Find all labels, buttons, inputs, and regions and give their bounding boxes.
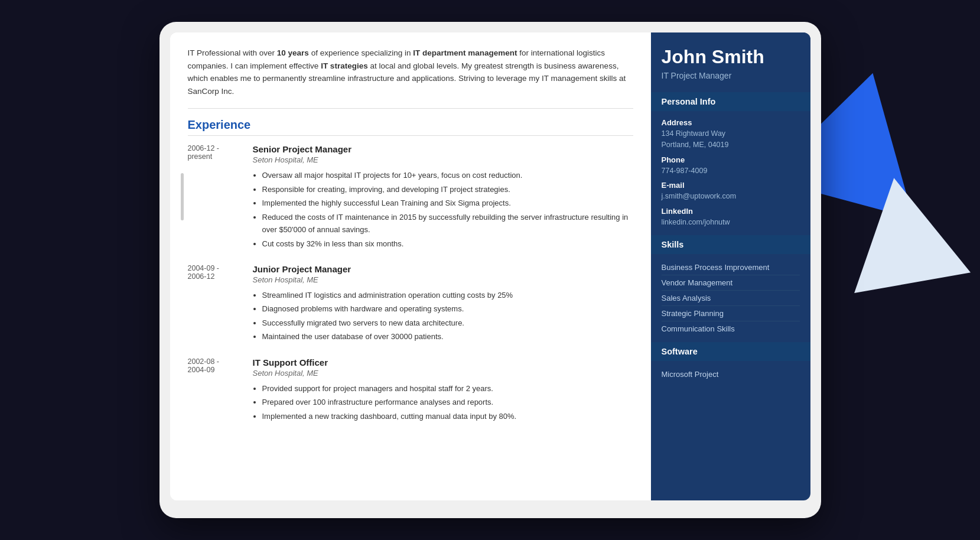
exp-title-3: IT Support Officer	[253, 357, 633, 367]
exp-content-1: Senior Project Manager Seton Hospital, M…	[253, 144, 633, 251]
exp-date-3: 2002-08 -2004-09	[188, 357, 241, 424]
software-item-0: Microsoft Project	[662, 367, 800, 382]
bullet-item: Prepared over 100 infrastructure perform…	[262, 396, 633, 408]
exp-company-3: Seton Hospital, ME	[253, 369, 633, 378]
scroll-indicator[interactable]	[181, 173, 184, 220]
phone-label: Phone	[662, 155, 800, 164]
address-line2: Portland, ME, 04019	[662, 139, 800, 151]
bullet-item: Implemented the highly successful Lean T…	[262, 197, 633, 209]
exp-bullets-1: Oversaw all major hospital IT projects f…	[253, 169, 633, 250]
bullet-item: Implemented a new tracking dashboard, cu…	[262, 410, 633, 422]
bullet-item: Oversaw all major hospital IT projects f…	[262, 169, 633, 181]
bullet-item: Reduced the costs of IT maintenance in 2…	[262, 211, 633, 236]
exp-bullets-2: Streamlined IT logistics and administrat…	[253, 289, 633, 343]
exp-bullets-3: Provided support for project managers an…	[253, 382, 633, 422]
skill-item-4: Communication Skills	[662, 321, 800, 336]
skill-item-1: Vendor Management	[662, 275, 800, 291]
triangle-white-icon	[836, 168, 971, 293]
bullet-item: Streamlined IT logistics and administrat…	[262, 289, 633, 301]
skills-header: Skills	[651, 235, 810, 254]
candidate-name: John Smith	[662, 47, 800, 67]
software-list: Microsoft Project	[651, 361, 810, 388]
address-line1: 134 Rightward Way	[662, 128, 800, 139]
bullet-item: Provided support for project managers an…	[262, 382, 633, 395]
exp-company-2: Seton Hospital, ME	[253, 275, 633, 284]
email-label: E-mail	[662, 181, 800, 190]
skill-item-2: Sales Analysis	[662, 291, 800, 306]
email-value: j.smith@uptowork.com	[662, 191, 800, 202]
summary-divider	[188, 108, 633, 109]
exp-company-1: Seton Hospital, ME	[253, 155, 633, 164]
exp-entry-3: 2002-08 -2004-09 IT Support Officer Seto…	[188, 357, 633, 424]
exp-date-2: 2004-09 -2006-12	[188, 264, 241, 344]
resume-left-panel: IT Professional with over 10 years of ex…	[170, 32, 651, 500]
personal-info-body: Address 134 Rightward Way Portland, ME, …	[651, 111, 810, 235]
linkedin-label: LinkedIn	[662, 207, 800, 216]
exp-content-3: IT Support Officer Seton Hospital, ME Pr…	[253, 357, 633, 424]
resume-right-sidebar: John Smith IT Project Manager Personal I…	[651, 32, 810, 500]
experience-heading: Experience	[188, 118, 633, 136]
exp-entry-2: 2004-09 -2006-12 Junior Project Manager …	[188, 264, 633, 344]
phone-value: 774-987-4009	[662, 165, 800, 177]
candidate-title: IT Project Manager	[662, 71, 800, 80]
exp-content-2: Junior Project Manager Seton Hospital, M…	[253, 264, 633, 344]
skill-item-3: Strategic Planning	[662, 306, 800, 321]
skill-item-0: Business Process Improvement	[662, 260, 800, 275]
exp-title-1: Senior Project Manager	[253, 144, 633, 154]
personal-info-header: Personal Info	[651, 92, 810, 111]
device-frame: IT Professional with over 10 years of ex…	[159, 22, 821, 518]
software-header: Software	[651, 342, 810, 361]
device-screen: IT Professional with over 10 years of ex…	[170, 32, 810, 500]
sidebar-header: John Smith IT Project Manager	[651, 32, 810, 92]
bullet-item: Diagnosed problems with hardware and ope…	[262, 302, 633, 315]
bullet-item: Maintained the user database of over 300…	[262, 330, 633, 343]
linkedin-value: linkedin.com/johnutw	[662, 217, 800, 228]
exp-date-1: 2006-12 -present	[188, 144, 241, 251]
bullet-item: Successfully migrated two servers to new…	[262, 317, 633, 329]
summary-section: IT Professional with over 10 years of ex…	[188, 47, 633, 97]
address-label: Address	[662, 118, 800, 127]
exp-entry-1: 2006-12 -present Senior Project Manager …	[188, 144, 633, 251]
exp-title-2: Junior Project Manager	[253, 264, 633, 274]
bullet-item: Cut costs by 32% in less than six months…	[262, 238, 633, 250]
bullet-item: Responsible for creating, improving, and…	[262, 183, 633, 196]
skills-list: Business Process Improvement Vendor Mana…	[651, 254, 810, 342]
